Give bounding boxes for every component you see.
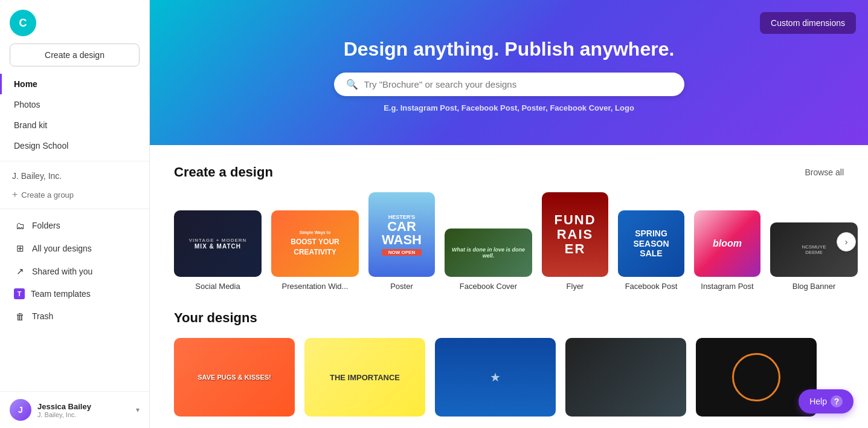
create-group[interactable]: + Create a group <box>0 186 149 204</box>
user-org: J. Bailey, Inc. <box>37 411 91 418</box>
card-label-social-media: Social Media <box>195 282 240 291</box>
examples-text: Instagram Post, Facebook Post, Poster, F… <box>400 103 634 112</box>
user-info: J Jessica Bailey J. Bailey, Inc. <box>10 399 91 421</box>
your-designs-header: Your designs <box>174 310 844 326</box>
user-details: Jessica Bailey J. Bailey, Inc. <box>37 402 91 418</box>
help-icon: ? <box>831 395 843 407</box>
team-templates-label: Team templates <box>31 289 91 299</box>
design-type-cards: VINTAGE + MODERN MIX & MATCH Social Medi… <box>174 192 844 291</box>
brand-kit-label: Brand kit <box>14 120 47 130</box>
card-label-instagram-post: Instagram Post <box>701 282 753 291</box>
examples-prefix: E.g. <box>384 103 398 112</box>
chevron-down-icon: ▾ <box>136 406 140 414</box>
social-media-thumb-text: VINTAGE + MODERN MIX & MATCH <box>189 238 247 250</box>
sidebar-item-trash[interactable]: 🗑 Trash <box>0 305 149 328</box>
blog-banner-thumb-text: NCSMUYEDEEME <box>802 244 826 255</box>
user-profile[interactable]: J Jessica Bailey J. Bailey, Inc. ▾ <box>0 391 149 428</box>
design-card-blue[interactable]: ★ <box>435 338 556 417</box>
canva-logo[interactable]: C <box>10 10 36 36</box>
poster-thumb-text: HESTER'S CAR WASH NOW OPEN <box>382 214 422 256</box>
sidebar-item-photos[interactable]: Photos <box>0 94 149 115</box>
create-design-button[interactable]: Create a design <box>10 44 140 66</box>
your-designs-section: Your designs SAVE PUGS & KISSES! THE IMP… <box>174 310 844 417</box>
card-presentation[interactable]: Simple Ways to BOOST YOUR CREATIVITY Pre… <box>271 210 359 291</box>
card-facebook-post[interactable]: springSeasonsale Facebook Post <box>618 210 684 291</box>
shared-label: Shared with you <box>32 267 92 276</box>
flyer-thumb-text: FUNDRAISER <box>554 213 596 257</box>
design-school-label: Design School <box>14 141 68 151</box>
search-bar: 🔍 <box>334 73 684 96</box>
card-label-facebook-post: Facebook Post <box>625 282 678 291</box>
sidebar: C Create a design Home Photos Brand kit … <box>0 0 150 428</box>
carousel-next-arrow[interactable]: › <box>837 232 856 251</box>
card-facebook-cover[interactable]: What is done in love is done well. Faceb… <box>445 229 532 291</box>
main-nav: Home Photos Brand kit Design School <box>0 74 149 156</box>
card-label-blog-banner: Blog Banner <box>792 282 836 291</box>
facebook-cover-thumb-text: What is done in love is done well. <box>449 247 527 259</box>
card-thumb-poster: HESTER'S CAR WASH NOW OPEN <box>368 192 435 277</box>
canva-logo-text: C <box>19 17 27 30</box>
team-icon: T <box>14 288 25 299</box>
grid-icon: ⊞ <box>14 242 26 255</box>
your-designs-title: Your designs <box>174 310 257 326</box>
avatar: J <box>10 399 31 421</box>
card-thumb-social-media: VINTAGE + MODERN MIX & MATCH <box>174 210 262 277</box>
search-input[interactable] <box>364 79 672 89</box>
all-designs-label: All your designs <box>32 244 92 253</box>
card-thumb-instagram-post: bloom <box>694 210 760 277</box>
plus-icon: + <box>12 189 18 200</box>
help-button[interactable]: Help ? <box>799 389 854 413</box>
sidebar-item-design-school[interactable]: Design School <box>0 135 149 156</box>
photos-label: Photos <box>14 100 40 109</box>
folders-label: Folders <box>32 221 60 230</box>
card-instagram-post[interactable]: bloom Instagram Post <box>694 210 760 291</box>
card-thumb-facebook-cover: What is done in love is done well. <box>445 229 532 277</box>
card-thumb-facebook-post: springSeasonsale <box>618 210 684 277</box>
help-label: Help <box>809 397 827 406</box>
design-card-importance[interactable]: THE IMPORTANCE <box>304 338 425 417</box>
sidebar-item-home[interactable]: Home <box>0 74 149 94</box>
search-icon: 🔍 <box>346 79 358 90</box>
card-label-facebook-cover: Facebook Cover <box>460 282 517 291</box>
trash-icon: 🗑 <box>14 310 26 322</box>
card-label-flyer: Flyer <box>567 282 584 291</box>
card-social-media[interactable]: VINTAGE + MODERN MIX & MATCH Social Medi… <box>174 210 262 291</box>
card-label-poster: Poster <box>390 282 413 291</box>
hero-examples: E.g. Instagram Post, Facebook Post, Post… <box>384 103 634 112</box>
team-label[interactable]: J. Bailey, Inc. <box>0 166 149 186</box>
facebook-post-thumb-text: springSeasonsale <box>633 229 669 259</box>
main-content: Custom dimensions Design anything. Publi… <box>150 0 868 428</box>
instagram-post-thumb-text: bloom <box>713 238 742 249</box>
divider-1 <box>0 161 149 161</box>
hero-banner: Custom dimensions Design anything. Publi… <box>150 0 868 145</box>
create-group-label: Create a group <box>21 190 74 199</box>
divider-2 <box>0 209 149 209</box>
custom-dimensions-button[interactable]: Custom dimensions <box>760 12 856 34</box>
pugs-text: SAVE PUGS & KISSES! <box>193 369 275 386</box>
design-card-dark[interactable] <box>565 338 686 417</box>
card-poster[interactable]: HESTER'S CAR WASH NOW OPEN Poster <box>368 192 435 291</box>
design-card-pugs[interactable]: SAVE PUGS & KISSES! <box>174 338 295 417</box>
sidebar-item-folders[interactable]: 🗂 Folders <box>0 214 149 237</box>
browse-all-link[interactable]: Browse all <box>805 167 844 177</box>
sidebar-item-brand-kit[interactable]: Brand kit <box>0 115 149 135</box>
user-name: Jessica Bailey <box>37 402 91 411</box>
hero-title: Design anything. Publish anywhere. <box>344 38 675 60</box>
share-icon: ↗ <box>14 265 26 277</box>
folder-icon: 🗂 <box>14 219 26 232</box>
sidebar-item-team-templates[interactable]: T Team templates <box>0 283 149 305</box>
card-flyer[interactable]: FUNDRAISER Flyer <box>542 192 608 291</box>
card-label-presentation: Presentation Wid... <box>282 282 349 291</box>
importance-text: THE IMPORTANCE <box>325 368 405 387</box>
create-design-title: Create a design <box>174 164 273 180</box>
create-design-section-header: Create a design Browse all <box>174 164 844 180</box>
sidebar-item-shared[interactable]: ↗ Shared with you <box>0 260 149 283</box>
content-area: Create a design Browse all VINTAGE + MOD… <box>150 145 868 428</box>
card-thumb-presentation: Simple Ways to BOOST YOUR CREATIVITY <box>271 210 359 277</box>
home-label: Home <box>14 79 37 89</box>
presentation-thumb-text: Simple Ways to BOOST YOUR CREATIVITY <box>277 230 353 257</box>
your-designs-row: SAVE PUGS & KISSES! THE IMPORTANCE ★ <box>174 338 844 417</box>
logo-area: C <box>0 0 149 44</box>
card-thumb-flyer: FUNDRAISER <box>542 192 608 277</box>
sidebar-item-all-designs[interactable]: ⊞ All your designs <box>0 237 149 260</box>
